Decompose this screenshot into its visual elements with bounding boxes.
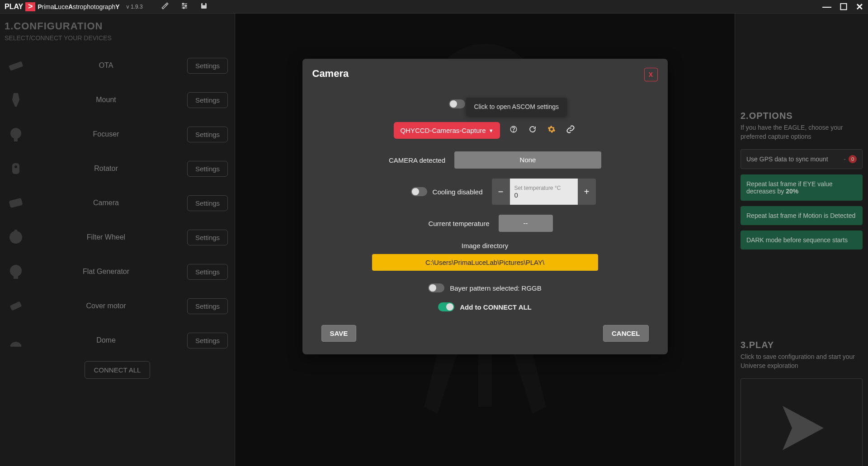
add-connect-all-toggle[interactable]: [438, 302, 454, 311]
device-settings-button[interactable]: Settings: [187, 298, 228, 314]
sliders-icon[interactable]: [180, 2, 189, 12]
repeat-eye-option[interactable]: Repeat last frame if EYE value decreases…: [741, 174, 863, 201]
temp-input[interactable]: Set temperature °C 0: [510, 179, 578, 205]
bayer-toggle[interactable]: [428, 283, 444, 292]
configuration-panel: 1.CONFIGURATION SELECT/CONNECT YOUR DEVI…: [0, 14, 235, 466]
device-row-filter-wheel: Filter WheelSettings: [5, 220, 230, 254]
close-icon[interactable]: ✕: [856, 1, 863, 12]
device-row-flat-generator: Flat GeneratorSettings: [5, 254, 230, 289]
refresh-icon[interactable]: [527, 125, 538, 136]
device-icon: [7, 263, 25, 281]
device-icon: [7, 125, 25, 143]
svg-point-9: [14, 165, 17, 168]
app-version: v 1.9.3: [127, 4, 143, 10]
play-title: 3.PLAY: [741, 340, 863, 350]
cooling-toggle[interactable]: [411, 187, 427, 196]
play-note: Click to save configuration and start yo…: [741, 353, 863, 370]
image-dir-button[interactable]: C:\Users\PrimaLuceLab\Pictures\PLAY\: [372, 254, 598, 271]
device-label: Rotator: [34, 165, 178, 173]
config-subtitle: SELECT/CONNECT YOUR DEVICES: [5, 34, 230, 42]
options-panel: 2.OPTIONS If you have the EAGLE, choose …: [735, 14, 868, 466]
camera-detected-label: CAMERA detected: [368, 156, 445, 164]
cooling-label: Cooling disabled: [433, 188, 483, 196]
cancel-button[interactable]: CANCEL: [603, 325, 649, 342]
device-icon: [7, 194, 25, 212]
options-title: 2.OPTIONS: [741, 111, 863, 121]
device-icon: [7, 297, 25, 315]
device-label: Flat Generator: [34, 268, 178, 276]
svg-rect-4: [203, 3, 205, 5]
device-row-focuser: FocuserSettings: [5, 117, 230, 151]
modal-title: Camera: [312, 68, 349, 80]
link-icon[interactable]: [565, 125, 576, 136]
camera-driver-dropdown[interactable]: QHYCCD-Cameras-Capture▼: [394, 122, 500, 139]
current-temp-value: --: [499, 215, 553, 232]
minimize-icon[interactable]: —: [822, 1, 831, 12]
svg-point-0: [182, 3, 184, 5]
device-icon: [7, 228, 25, 246]
svg-point-13: [10, 265, 22, 277]
app-logo-text: PLAY: [5, 3, 23, 11]
temp-decrease-button[interactable]: −: [492, 179, 510, 205]
device-label: Filter Wheel: [34, 233, 178, 241]
play-start-button[interactable]: [741, 378, 863, 466]
repeat-motion-option[interactable]: Repeat last frame if Motion is Detected: [741, 206, 863, 225]
add-connect-all-label: Add to CONNECT ALL: [460, 303, 532, 311]
window-controls: — ☐ ✕: [822, 1, 863, 12]
device-label: Cover motor: [34, 302, 178, 310]
connect-all-button[interactable]: CONNECT ALL: [85, 361, 151, 379]
save-button[interactable]: SAVE: [321, 325, 357, 342]
device-label: Dome: [34, 336, 178, 344]
image-dir-label: Image directory: [312, 242, 658, 249]
device-settings-button[interactable]: Settings: [187, 161, 228, 177]
dark-mode-option[interactable]: DARK mode before sequence starts: [741, 231, 863, 249]
svg-point-6: [10, 128, 21, 139]
svg-rect-12: [14, 230, 17, 233]
device-settings-button[interactable]: Settings: [187, 92, 228, 108]
device-settings-button[interactable]: Settings: [187, 333, 228, 348]
device-label: Camera: [34, 199, 178, 207]
camera-settings-modal: Camera X Hide Camera fro Click to open A…: [302, 59, 668, 354]
center-panel: Camera X Hide Camera fro Click to open A…: [235, 14, 735, 466]
titlebar: PLAY PrimaLuceAstrophotographY v 1.9.3 —…: [0, 0, 868, 14]
svg-rect-8: [12, 163, 19, 174]
device-icon: [7, 331, 25, 349]
svg-rect-15: [10, 301, 22, 311]
svg-rect-5: [9, 61, 23, 71]
device-settings-button[interactable]: Settings: [187, 230, 228, 245]
svg-rect-7: [14, 138, 18, 141]
camera-detected-value: None: [454, 151, 601, 169]
modal-close-button[interactable]: X: [644, 68, 658, 81]
device-settings-button[interactable]: Settings: [187, 58, 228, 74]
gear-icon[interactable]: [546, 125, 557, 136]
play-arrow-icon: [770, 396, 833, 460]
gps-badge-icon: 0: [849, 155, 857, 163]
device-label: OTA: [34, 61, 178, 70]
device-label: Focuser: [34, 130, 178, 138]
help-icon[interactable]: [508, 125, 519, 136]
svg-point-1: [185, 5, 186, 6]
svg-point-20: [513, 131, 514, 132]
play-logo-icon: [25, 2, 35, 11]
device-row-dome: DomeSettings: [5, 323, 230, 358]
device-row-mount: MountSettings: [5, 83, 230, 117]
device-row-cover-motor: Cover motorSettings: [5, 289, 230, 323]
ascom-tooltip: Click to open ASCOM settings: [466, 98, 567, 116]
hide-camera-toggle[interactable]: [449, 99, 465, 108]
device-label: Mount: [34, 96, 178, 104]
options-note: If you have the EAGLE, choose your prefe…: [741, 123, 863, 141]
svg-rect-10: [9, 198, 23, 208]
toolbar-icons: [161, 2, 208, 12]
save-icon[interactable]: [200, 2, 208, 12]
temp-increase-button[interactable]: +: [578, 179, 596, 205]
temperature-stepper: − Set temperature °C 0 +: [492, 179, 596, 205]
device-row-camera: CameraSettings: [5, 186, 230, 220]
device-settings-button[interactable]: Settings: [187, 127, 228, 142]
telescope-icon[interactable]: [161, 2, 169, 12]
config-title: 1.CONFIGURATION: [5, 20, 230, 32]
gps-sync-option[interactable]: Use GPS data to sync mount - 0: [741, 149, 863, 169]
device-icon: [7, 91, 25, 109]
maximize-icon[interactable]: ☐: [840, 1, 848, 12]
device-settings-button[interactable]: Settings: [187, 264, 228, 280]
device-settings-button[interactable]: Settings: [187, 195, 228, 211]
